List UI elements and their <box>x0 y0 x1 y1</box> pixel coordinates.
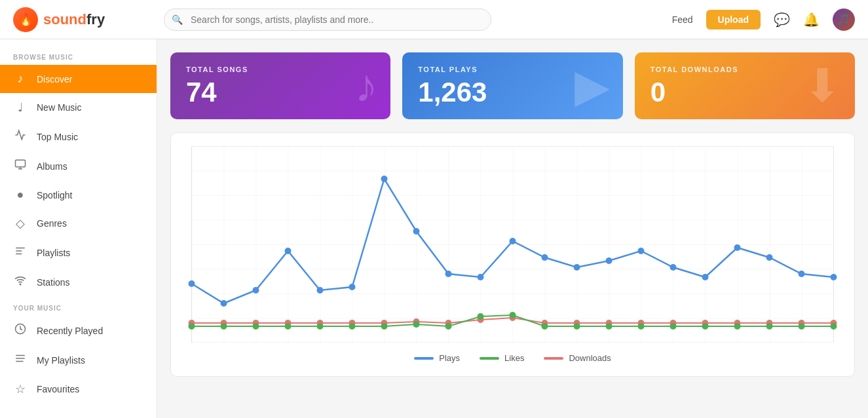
sidebar-item-favourites[interactable]: ☆ Favourites <box>0 375 157 404</box>
legend-likes: Likes <box>480 353 524 363</box>
total-songs-card: TOTAL SONGS 74 ♪ <box>170 52 390 119</box>
svg-point-50 <box>702 323 709 330</box>
playlists-label: Playlists <box>37 248 70 258</box>
sidebar: BROWSE MUSIC ♪ Discover ♩ New Music Top … <box>0 39 157 418</box>
sidebar-item-playlists[interactable]: Playlists <box>0 238 157 267</box>
total-plays-card: TOTAL PLAYS 1,263 ▶ <box>402 52 622 119</box>
svg-point-55 <box>189 280 195 287</box>
sidebar-item-spotlight[interactable]: ● Spotlight <box>0 181 157 209</box>
svg-point-40 <box>381 323 388 330</box>
legend-downloads: Downloads <box>544 353 611 363</box>
plays-bg-icon: ▶ <box>575 59 610 113</box>
svg-point-72 <box>734 244 741 251</box>
activity-chart <box>184 146 841 343</box>
sidebar-item-my-playlists[interactable]: My Playlists <box>0 345 157 375</box>
genres-icon: ◇ <box>13 216 28 231</box>
favourites-label: Favourites <box>37 384 79 394</box>
legend-plays-color <box>414 357 434 360</box>
svg-point-39 <box>349 323 356 330</box>
svg-rect-0 <box>16 160 26 167</box>
notification-icon[interactable]: 🔔 <box>803 12 820 28</box>
svg-point-44 <box>510 312 516 318</box>
svg-point-35 <box>221 323 227 330</box>
svg-point-52 <box>766 323 773 330</box>
total-downloads-card: TOTAL DOWNLOADS 0 ⬇ <box>635 52 855 119</box>
new-music-icon: ♩ <box>13 100 28 115</box>
svg-point-6 <box>20 284 21 285</box>
svg-point-61 <box>381 176 388 182</box>
sidebar-item-genres[interactable]: ◇ Genres <box>0 209 157 238</box>
browse-section-label: BROWSE MUSIC <box>0 46 157 65</box>
recently-played-icon <box>13 323 28 338</box>
legend-likes-label: Likes <box>504 353 524 363</box>
svg-point-48 <box>638 323 645 330</box>
chart-legend: Plays Likes Downloads <box>184 353 841 363</box>
svg-point-70 <box>670 264 677 271</box>
top-music-label: Top Music <box>37 132 78 142</box>
search-input[interactable] <box>164 9 491 31</box>
search-bar: 🔍 <box>164 9 491 31</box>
svg-point-36 <box>253 323 259 330</box>
chart-container: Plays Likes Downloads <box>170 132 855 377</box>
svg-point-34 <box>189 323 195 330</box>
svg-point-65 <box>510 238 516 244</box>
svg-point-73 <box>766 254 773 261</box>
legend-likes-color <box>480 357 499 360</box>
genres-label: Genres <box>37 218 67 229</box>
sidebar-item-recently-played[interactable]: Recently Played <box>0 316 157 345</box>
avatar[interactable]: 🎵 <box>833 9 855 31</box>
sidebar-item-new-music[interactable]: ♩ New Music <box>0 93 157 122</box>
svg-point-59 <box>317 287 324 294</box>
svg-point-54 <box>831 323 837 330</box>
stats-row: TOTAL SONGS 74 ♪ TOTAL PLAYS 1,263 ▶ TOT… <box>170 52 855 119</box>
svg-point-38 <box>317 323 324 330</box>
sidebar-item-stations[interactable]: Stations <box>0 267 157 297</box>
spotlight-icon: ● <box>13 188 28 202</box>
svg-point-69 <box>638 248 645 254</box>
chart-svg-wrap <box>184 146 841 345</box>
svg-point-57 <box>253 287 259 294</box>
svg-point-56 <box>221 300 227 307</box>
sidebar-item-albums[interactable]: Albums <box>0 151 157 181</box>
svg-point-68 <box>606 257 613 264</box>
discover-label: Discover <box>37 74 72 85</box>
svg-point-42 <box>445 323 452 330</box>
svg-point-74 <box>799 271 805 277</box>
svg-point-41 <box>413 321 420 328</box>
your-music-label: YOUR MUSIC <box>0 297 157 316</box>
top-music-icon <box>13 129 28 144</box>
feed-link[interactable]: Feed <box>672 14 693 25</box>
svg-point-60 <box>349 284 356 290</box>
upload-button[interactable]: Upload <box>706 10 761 29</box>
svg-point-58 <box>285 248 292 254</box>
chat-icon[interactable]: 💬 <box>774 12 790 28</box>
stations-icon <box>13 275 28 290</box>
new-music-label: New Music <box>37 102 81 113</box>
svg-point-75 <box>831 274 837 280</box>
header-actions: Feed Upload 💬 🔔 🎵 <box>672 9 855 31</box>
recently-played-label: Recently Played <box>37 326 103 336</box>
search-icon: 🔍 <box>172 14 183 25</box>
main-layout: BROWSE MUSIC ♪ Discover ♩ New Music Top … <box>0 39 868 418</box>
svg-point-37 <box>285 323 292 330</box>
playlists-icon <box>13 245 28 260</box>
my-playlists-label: My Playlists <box>37 355 85 366</box>
main-content: TOTAL SONGS 74 ♪ TOTAL PLAYS 1,263 ▶ TOT… <box>157 39 868 418</box>
svg-point-47 <box>606 323 613 330</box>
svg-point-46 <box>574 323 580 330</box>
spotlight-label: Spotlight <box>37 190 72 200</box>
sidebar-item-discover[interactable]: ♪ Discover <box>0 65 157 93</box>
logo[interactable]: 🔥 soundfry <box>13 7 144 32</box>
albums-icon <box>13 159 28 174</box>
svg-point-66 <box>542 254 548 261</box>
svg-point-45 <box>542 323 548 330</box>
logo-text: soundfry <box>43 11 105 28</box>
downloads-bg-icon: ⬇ <box>803 59 842 113</box>
legend-plays: Plays <box>414 353 460 363</box>
svg-point-49 <box>670 323 677 330</box>
total-songs-label: TOTAL SONGS <box>186 66 375 73</box>
svg-point-62 <box>413 228 420 235</box>
svg-point-51 <box>734 323 741 330</box>
svg-point-67 <box>574 264 580 271</box>
sidebar-item-top-music[interactable]: Top Music <box>0 122 157 151</box>
